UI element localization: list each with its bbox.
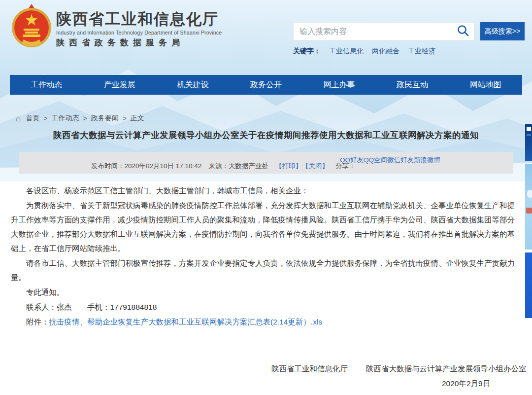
site-branding: 陕西省工业和信息化厅 Industry and Information Tech… bbox=[56, 11, 222, 48]
search-keywords: 关键字：工业信息化两化融合工业经济 bbox=[293, 47, 435, 56]
advanced-search-button[interactable]: 高级搜索>> bbox=[480, 22, 525, 40]
source-value: 大数据产业处 bbox=[229, 162, 268, 170]
nav-item-gov-disclosure[interactable]: 政务公开 bbox=[230, 75, 303, 95]
breadcrumb-current: 正文 bbox=[131, 114, 144, 123]
share-qzone[interactable]: QQ空间 bbox=[364, 156, 387, 164]
attachment-line: 附件：抗击疫情、帮助企业恢复生产大数据和工业互联网解决方案汇总表(2.14更新）… bbox=[11, 315, 521, 329]
nav-item-public-interaction[interactable]: 政民互动 bbox=[376, 75, 449, 95]
close-button[interactable]: 【关闭】 bbox=[302, 162, 329, 170]
share-weibo[interactable]: 新浪微博 bbox=[414, 156, 440, 164]
site-title: 陕西省工业和信息化厅 bbox=[56, 11, 222, 28]
page: 陕西省工业和信息化厅 Industry and Information Tech… bbox=[0, 0, 532, 395]
breadcrumb-gov-news[interactable]: 政务要闻 bbox=[91, 114, 119, 123]
article-title: 陕西省大数据与云计算产业发展领导小组办公室关于在疫情期间推荐使用大数据和工业互联… bbox=[0, 129, 532, 141]
breadcrumb: ⌂ 首页 > 工作动态 > 政务要闻 > 正文 bbox=[16, 114, 144, 123]
signature-date: 2020年2月9日 bbox=[442, 379, 490, 389]
banner-glyph-fragment bbox=[527, 127, 531, 131]
nav-item-online-services[interactable]: 网上办事 bbox=[302, 75, 376, 95]
attachment-link[interactable]: 抗击疫情、帮助企业恢复生产大数据和工业互联网解决方案汇总表(2.14更新）.xl… bbox=[49, 318, 323, 326]
search-box bbox=[293, 22, 474, 40]
article-meta-bar: QQ好友QQ空间微信好友新浪微博 发布时间：2020年02月10日 17:10:… bbox=[19, 152, 513, 174]
floating-banner-middle[interactable] bbox=[525, 164, 532, 250]
keywords-label: 关键字： bbox=[293, 47, 321, 55]
breadcrumb-separator: > bbox=[43, 114, 47, 122]
nav-item-agency-building[interactable]: 机关建设 bbox=[156, 75, 230, 95]
floating-banner-top[interactable] bbox=[525, 124, 532, 161]
main-nav: 工作动态 产业发展 机关建设 政务公开 网上办事 政民互动 网站地图 bbox=[10, 75, 522, 95]
search-button[interactable] bbox=[452, 23, 474, 40]
article-body: 各设区市、杨凌示范区工信主管部门、大数据主管部门，韩城市工信局，相关企业： 为贯… bbox=[0, 180, 532, 329]
breadcrumb-work-news[interactable]: 工作动态 bbox=[51, 114, 79, 123]
signature-office: 陕西省大数据与云计算产业发展领导小组办公室 bbox=[366, 364, 527, 374]
banner-illustration-fragment bbox=[526, 208, 532, 214]
home-icon: ⌂ bbox=[16, 114, 21, 123]
nav-item-industry-dev[interactable]: 产业发展 bbox=[83, 75, 157, 95]
paragraph: 为贯彻落实中、省关于新型冠状病毒感染的肺炎疫情防控工作总体部署，充分发挥大数据和… bbox=[11, 198, 521, 255]
banner-illustration-fragment bbox=[527, 190, 532, 198]
share-wechat[interactable]: 微信好友 bbox=[387, 156, 414, 164]
article-meta-line: 发布时间：2020年02月10日 17:10:42来源：大数据产业处【打印】【关… bbox=[91, 162, 355, 171]
print-button[interactable]: 【打印】 bbox=[275, 162, 302, 170]
breadcrumb-home[interactable]: 首页 bbox=[26, 114, 39, 123]
breadcrumb-separator: > bbox=[123, 114, 127, 122]
paragraph: 请各市工信、大数据主管部门积极宣传推荐，方案开发企业要指定专人负责，依法依规全力… bbox=[11, 256, 521, 285]
national-emblem-icon bbox=[11, 3, 52, 49]
attachment-label: 附件： bbox=[26, 318, 49, 326]
keyword-link-2[interactable]: 两化融合 bbox=[372, 47, 399, 55]
floating-banner-bottom[interactable] bbox=[525, 252, 532, 318]
banner-glyph-fragment bbox=[527, 134, 531, 136]
keyword-link-1[interactable]: 工业信息化 bbox=[329, 47, 364, 55]
signature-department: 陕西省工业和信息化厅 bbox=[271, 364, 348, 374]
search-icon bbox=[457, 24, 469, 38]
site-subtitle: 陕西省政务数据服务局 bbox=[56, 37, 222, 48]
site-title-english: Industry and Information Technology Depa… bbox=[56, 30, 222, 36]
publish-time-label: 发布时间： bbox=[91, 162, 125, 170]
contact-line: 联系人：张杰 手机：17791884818 bbox=[11, 300, 521, 314]
publish-time: 2020年02月10日 17:10:42 bbox=[125, 162, 202, 170]
search-input[interactable] bbox=[294, 23, 452, 40]
nav-item-sitemap[interactable]: 网站地图 bbox=[449, 75, 522, 95]
paragraph: 各设区市、杨凌示范区工信主管部门、大数据主管部门，韩城市工信局，相关企业： bbox=[11, 183, 521, 198]
breadcrumb-separator: > bbox=[83, 114, 87, 122]
keyword-link-3[interactable]: 工业经济 bbox=[408, 47, 435, 55]
share-label: 分享： bbox=[335, 162, 356, 170]
nav-item-work-news[interactable]: 工作动态 bbox=[10, 75, 83, 95]
source-label: 来源： bbox=[208, 162, 229, 170]
paragraph: 专此通知。 bbox=[11, 285, 521, 299]
